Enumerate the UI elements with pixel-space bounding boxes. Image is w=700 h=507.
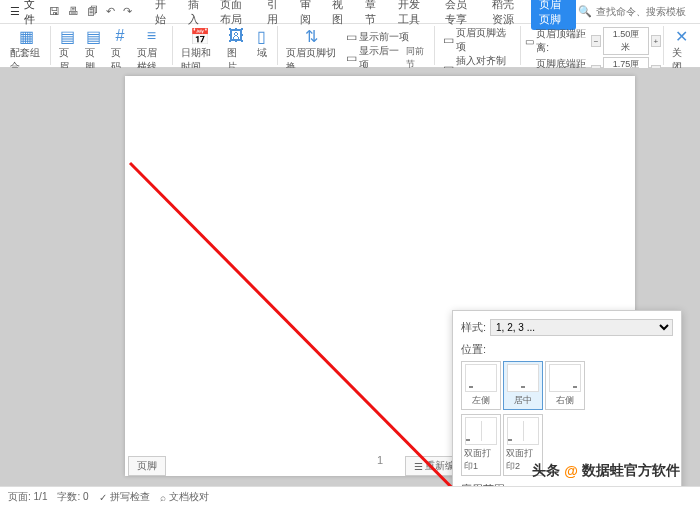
pos-duplex1[interactable]: 双面打印1: [461, 414, 501, 476]
ribbon: ▦配套组合 ▤页眉 ▤页脚 #页码 ≡页眉横线 📅日期和时间 🖼图片 ▯域 ⇅页…: [0, 24, 700, 68]
status-bar: 页面: 1/1 字数: 0 ✓拼写检查 ⌕文档校对: [0, 486, 700, 507]
calendar-icon: 📅: [191, 27, 209, 45]
search-box[interactable]: 🔍: [578, 5, 696, 18]
redo-icon[interactable]: ↷: [120, 3, 135, 20]
search-input[interactable]: [596, 6, 696, 17]
menu-icon: ☰: [10, 5, 20, 18]
margin-icon: ▭: [525, 36, 534, 47]
picture-icon: 🖼: [227, 27, 245, 45]
style-select[interactable]: 1, 2, 3 ...: [490, 319, 673, 336]
style-label: 样式:: [461, 320, 486, 335]
header-margin-row: ▭ 页眉顶端距离: − 1.50厘米 +: [525, 27, 661, 55]
hf-options-button[interactable]: ▭页眉页脚选项: [439, 26, 518, 54]
next-icon: ▭: [346, 51, 357, 65]
thumb: [549, 364, 581, 392]
file-menu[interactable]: ☰ 文件: [4, 0, 44, 29]
show-prev-button[interactable]: ▭显示前一项: [342, 30, 432, 44]
pagenum-settings-popup: 样式: 1, 2, 3 ... 位置: 左侧 居中 右侧 双面打印1 双面打印2…: [452, 310, 682, 486]
word-count[interactable]: 字数: 0: [57, 490, 88, 504]
pos-right[interactable]: 右侧: [545, 361, 585, 410]
menu-bar: ☰ 文件 🖫 🖶 🗐 ↶ ↷ 开始 插入 页面布局 引用 审阅 视图 章节 开发…: [0, 0, 700, 24]
spellcheck[interactable]: ✓拼写检查: [99, 490, 150, 504]
pagenum-icon: #: [111, 27, 129, 45]
file-label: 文件: [24, 0, 38, 27]
footer-icon: ▤: [85, 27, 103, 45]
template-icon: ▦: [18, 27, 36, 45]
position-grid: 左侧 居中 右侧: [461, 361, 673, 410]
options-icon: ▭: [443, 33, 454, 47]
at-icon: @: [564, 463, 578, 479]
footer-tab[interactable]: 页脚: [128, 456, 166, 476]
header-icon: ▤: [59, 27, 77, 45]
thumb: [507, 364, 539, 392]
thumb: [507, 417, 539, 445]
prev-icon: ▭: [346, 30, 357, 44]
position-label: 位置:: [461, 342, 673, 357]
inc-button[interactable]: +: [651, 35, 661, 47]
undo-icon[interactable]: ↶: [103, 3, 118, 20]
save-icon[interactable]: 🖫: [46, 3, 63, 20]
search-icon: 🔍: [578, 5, 592, 18]
list-icon: ☰: [414, 461, 423, 472]
thumb: [465, 364, 497, 392]
dec-button[interactable]: −: [591, 35, 601, 47]
close-icon: ✕: [672, 27, 690, 45]
proof-icon: ⌕: [160, 492, 166, 503]
headerline-icon: ≡: [142, 27, 160, 45]
field-icon: ▯: [253, 27, 271, 45]
doc-proof[interactable]: ⌕文档校对: [160, 490, 209, 504]
header-margin-value[interactable]: 1.50厘米: [603, 27, 648, 55]
thumb: [465, 417, 497, 445]
pos-left[interactable]: 左侧: [461, 361, 501, 410]
watermark: 头条 @ 数据蛙官方软件: [532, 462, 680, 480]
print-icon[interactable]: 🖶: [65, 3, 82, 20]
check-icon: ✓: [99, 492, 107, 503]
quick-icons: 🖫 🖶 🗐 ↶ ↷: [46, 3, 135, 20]
footer-tabs: 页脚: [128, 456, 166, 476]
page-info[interactable]: 页面: 1/1: [8, 490, 47, 504]
work-area: 1 页脚 ☰重新编号▾ ⚙页码设置▾ ✕删除页码▾ 样式: 1, 2, 3 ..…: [0, 68, 700, 486]
switch-icon: ⇅: [303, 27, 321, 45]
page-number: 1: [377, 454, 383, 466]
preview-icon[interactable]: 🗐: [84, 3, 101, 20]
pos-center[interactable]: 居中: [503, 361, 543, 410]
